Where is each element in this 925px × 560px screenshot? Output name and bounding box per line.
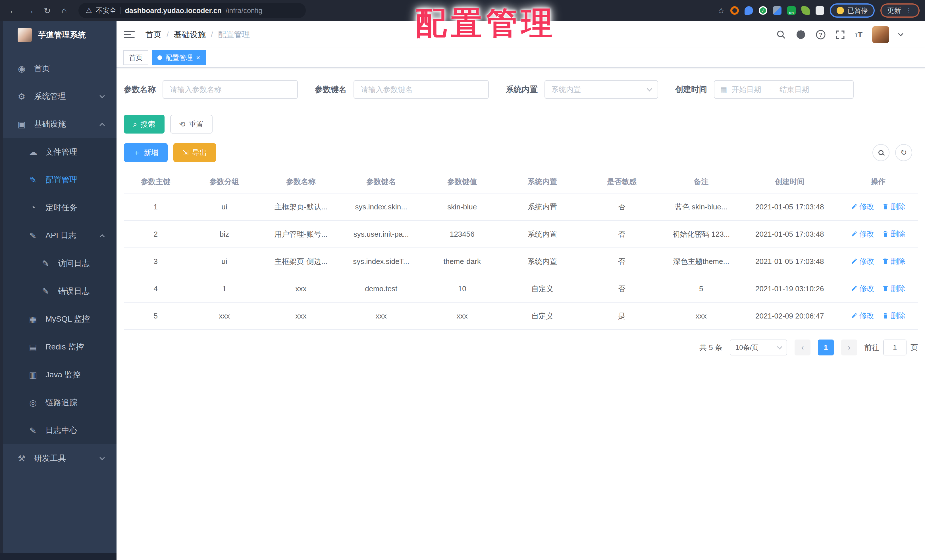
sidebar-item-config[interactable]: ✎配置管理 <box>3 166 116 194</box>
table-cell: 是 <box>582 302 661 330</box>
toggle-search-button[interactable] <box>872 144 889 161</box>
log-icon: ✎ <box>28 426 38 435</box>
delete-link[interactable]: 删除 <box>882 229 905 239</box>
sidebar-item-error-log[interactable]: ✎错误日志 <box>3 277 116 305</box>
extension-icon-on-badge[interactable]: on <box>787 6 796 15</box>
collapse-menu-icon[interactable] <box>124 31 135 38</box>
tag-home[interactable]: 首页 <box>124 50 148 65</box>
help-icon[interactable]: ? <box>816 30 826 40</box>
github-icon[interactable] <box>796 30 806 40</box>
avatar[interactable] <box>872 26 889 43</box>
delete-link[interactable]: 删除 <box>882 311 905 321</box>
export-button[interactable]: ⇲ 导出 <box>173 143 216 162</box>
edit-link-label: 修改 <box>859 202 874 212</box>
tag-config[interactable]: 配置管理 × <box>152 50 206 65</box>
sidebar-item-log-center[interactable]: ✎日志中心 <box>3 417 116 444</box>
param-key-input[interactable] <box>354 80 489 99</box>
breadcrumb-home[interactable]: 首页 <box>146 29 161 40</box>
sidebar-item-tools[interactable]: ⚒研发工具 <box>3 444 116 472</box>
extension-icon-orange[interactable] <box>730 6 739 15</box>
sidebar-item-access-log[interactable]: ✎访问日志 <box>3 250 116 277</box>
table-cell: xxx <box>261 275 340 302</box>
delete-link-label: 删除 <box>890 202 905 212</box>
cloud-icon: ☁ <box>28 147 38 157</box>
table-cell: 1 <box>124 193 188 220</box>
delete-link[interactable]: 删除 <box>882 202 905 212</box>
fullscreen-icon[interactable] <box>836 30 845 39</box>
table-cell: 2021-02-09 20:06:47 <box>741 302 839 330</box>
paused-badge[interactable]: 已暂停 <box>830 3 875 18</box>
prev-page-button[interactable]: ‹ <box>795 340 811 355</box>
extension-icon-split[interactable] <box>773 6 782 15</box>
table-cell: 用户管理-账号... <box>261 220 340 248</box>
create-time-label: 创建时间 <box>675 84 714 95</box>
browser-forward-icon[interactable]: → <box>23 3 38 18</box>
sidebar-item-infra[interactable]: ▣基础设施 <box>3 110 116 138</box>
table-cell: 系统内置 <box>503 220 582 248</box>
sidebar-item-label: 研发工具 <box>34 453 66 464</box>
plus-icon: ＋ <box>133 148 140 158</box>
edit-link[interactable]: 修改 <box>851 229 874 239</box>
end-date-placeholder: 结束日期 <box>779 85 809 95</box>
app-logo[interactable]: 芋道管理系统 <box>3 21 116 49</box>
table-cell: 蓝色 skin-blue... <box>661 193 741 220</box>
column-header: 创建时间 <box>741 170 839 193</box>
browser-reload-icon[interactable]: ↻ <box>40 3 54 18</box>
table-cell: 2021-01-05 17:03:48 <box>741 248 839 275</box>
next-page-button[interactable]: › <box>841 340 857 355</box>
sidebar-item-home[interactable]: ◉首页 <box>3 54 116 83</box>
refresh-table-button[interactable]: ↻ <box>895 144 912 161</box>
delete-link-label: 删除 <box>890 229 905 239</box>
delete-link[interactable]: 删除 <box>882 283 905 294</box>
column-header: 参数分组 <box>188 170 261 193</box>
breadcrumb-infra[interactable]: 基础设施 <box>174 29 206 40</box>
search-button[interactable]: ⌕ 搜索 <box>124 115 164 134</box>
extension-icon-check[interactable]: ✓ <box>759 6 767 15</box>
browser-back-icon[interactable]: ← <box>6 3 21 18</box>
sidebar-item-java[interactable]: ▥Java 监控 <box>3 361 116 389</box>
page-suffix: 页 <box>910 343 918 352</box>
edit-link[interactable]: 修改 <box>851 202 874 212</box>
param-name-input[interactable] <box>163 80 298 99</box>
sidebar-item-mysql[interactable]: ▦MySQL 监控 <box>3 305 116 333</box>
sidebar-item-job[interactable]: ◔定时任务 <box>3 194 116 221</box>
sidebar-item-system[interactable]: ⚙系统管理 <box>3 83 116 110</box>
chevron-down-icon <box>647 86 652 91</box>
tag-home-label: 首页 <box>129 53 143 62</box>
add-button[interactable]: ＋ 新增 <box>124 143 168 162</box>
extension-icon-pin[interactable] <box>744 6 753 15</box>
page-size-select[interactable]: 10条/页 <box>730 340 787 355</box>
date-range-picker[interactable]: ▦ 开始日期 - 结束日期 <box>714 80 854 99</box>
address-bar[interactable]: ⚠ 不安全 dashboard.yudao.iocoder.cn/infra/c… <box>78 3 306 18</box>
table-cell: 主框架页-侧边... <box>261 248 340 275</box>
builtin-select[interactable]: 系统内置 <box>544 80 658 99</box>
log-icon: ✎ <box>28 231 38 241</box>
font-size-icon[interactable]: тT <box>855 30 862 39</box>
delete-link[interactable]: 删除 <box>882 256 905 266</box>
search-icon[interactable] <box>776 30 786 39</box>
edit-link[interactable]: 修改 <box>851 283 874 294</box>
page-1-button[interactable]: 1 <box>818 340 834 355</box>
sidebar-item-redis[interactable]: ▤Redis 监控 <box>3 333 116 361</box>
edit-link[interactable]: 修改 <box>851 311 874 321</box>
sidebar-item-api-log[interactable]: ✎API 日志 <box>3 221 116 250</box>
sidebar: 芋道管理系统 ◉首页⚙系统管理▣基础设施☁文件管理✎配置管理◔定时任务✎API … <box>0 21 116 560</box>
extension-icon-puzzle[interactable] <box>816 6 824 15</box>
bookmark-star-icon[interactable]: ☆ <box>717 6 725 15</box>
redis-icon: ▤ <box>28 342 38 352</box>
chevron-down-icon <box>777 344 782 349</box>
goto-page-input[interactable] <box>883 340 907 355</box>
reset-button[interactable]: ⟲ 重置 <box>170 115 213 134</box>
chevron-down-icon[interactable] <box>898 31 903 36</box>
table-row: 41xxxdemo.test10自定义否52021-01-19 03:10:26… <box>124 275 918 302</box>
edit-link[interactable]: 修改 <box>851 256 874 266</box>
browser-menu-icon[interactable]: ⋮ <box>905 6 913 15</box>
close-icon[interactable]: × <box>196 54 200 61</box>
sidebar-item-file[interactable]: ☁文件管理 <box>3 138 116 166</box>
column-header: 参数键名 <box>341 170 422 193</box>
extension-icon-leaf[interactable] <box>801 6 810 15</box>
sidebar-item-trace[interactable]: ◎链路追踪 <box>3 389 116 417</box>
column-header: 是否敏感 <box>582 170 661 193</box>
browser-home-icon[interactable]: ⌂ <box>57 3 72 18</box>
update-button[interactable]: 更新 ⋮ <box>880 3 920 18</box>
